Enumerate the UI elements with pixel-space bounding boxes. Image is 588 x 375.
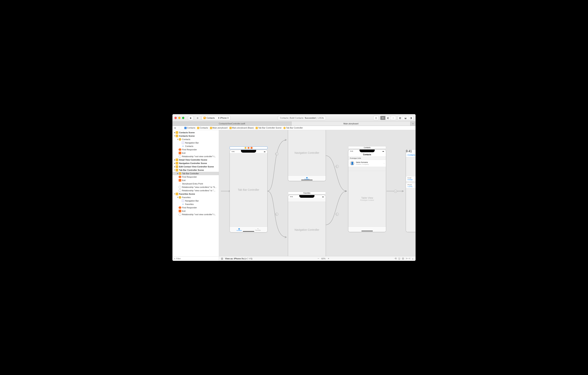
scheme-selector[interactable]: Contacts 〉 ▮ iPhone X <box>202 116 230 120</box>
maximize-button[interactable] <box>182 117 184 119</box>
run-button[interactable]: ▶ <box>188 116 193 120</box>
update-frames-button[interactable]: ⟲ <box>395 257 397 260</box>
toggle-debug-button[interactable]: ⬓ <box>403 116 408 120</box>
nav-back-button[interactable]: 〈 <box>177 126 180 129</box>
outline-row[interactable]: Relationship "view controllers" to "... <box>173 189 219 192</box>
outline-row[interactable]: ▼Favorites <box>173 196 219 199</box>
xcode-window: ▶ ◼ Contacts 〉 ▮ iPhone X Contacts | Bui… <box>172 114 416 261</box>
outline-row[interactable]: ▶Contacts Scene <box>173 131 219 134</box>
outline-row[interactable]: ★Favorites <box>173 202 219 206</box>
breadcrumb-item[interactable]: Contacts <box>197 127 208 129</box>
outline-row[interactable]: ▶Detail View Controller Scene <box>173 158 219 162</box>
version-editor-button[interactable]: ↔ <box>391 116 396 120</box>
circ-icon <box>179 186 181 188</box>
segue-indicator[interactable]: ⃠ <box>336 165 339 168</box>
align-button[interactable]: ⊟ <box>402 257 404 260</box>
outline-row[interactable]: Navigation Bar <box>173 141 219 144</box>
back-button[interactable]: ‹Contacts <box>407 154 415 156</box>
minimize-button[interactable] <box>178 117 180 119</box>
outline-row[interactable]: Relationship "root view controller" t... <box>173 213 219 216</box>
outline-row[interactable]: Navigation Bar <box>173 199 219 202</box>
outline-row[interactable]: Exit <box>173 179 219 182</box>
outline-row[interactable]: Relationship "view controllers" to "It..… <box>173 185 219 189</box>
favorites-scene-header[interactable]: Favorites <box>288 192 326 194</box>
resolve-button[interactable]: ⟁ <box>412 257 414 260</box>
related-items-button[interactable]: ▦ <box>174 127 176 129</box>
tab-contactsvc[interactable]: ContactsViewController.swift <box>173 121 292 126</box>
scene-header-selected[interactable] <box>230 146 267 149</box>
outline-row[interactable]: ▼Contacts <box>173 138 219 141</box>
close-button[interactable] <box>174 117 177 119</box>
tab-add-button[interactable]: + <box>410 121 415 126</box>
segue-indicator[interactable]: ⃠ <box>275 153 278 155</box>
breadcrumb-item[interactable]: Tab Bar Controller <box>284 127 303 129</box>
outline-row[interactable]: Exit <box>173 151 219 155</box>
zoom-out-button[interactable]: − <box>318 257 319 260</box>
breadcrumb-icon <box>210 127 212 129</box>
disclosure-triangle[interactable]: ▼ <box>177 138 179 140</box>
pin-button[interactable]: ⊢⊣ <box>406 257 410 260</box>
outline-row[interactable]: ▶Edit Contact View Controller Scene <box>173 165 219 168</box>
outline-row[interactable]: ▼Contacts Scene <box>173 134 219 138</box>
disclosure-triangle[interactable]: ▶ <box>174 162 176 164</box>
embed-button[interactable]: ⍌ <box>399 257 400 260</box>
outline-label: Contacts <box>185 145 193 147</box>
contacts-tableview-scene[interactable]: 9:41▬ Contacts Prototype Cells 👤 Name Su… <box>348 149 386 232</box>
outline-row[interactable]: →Storyboard Entry Point <box>173 182 219 185</box>
home-indicator <box>301 180 313 180</box>
storyboard-canvas[interactable]: ⃠ ⃠ ⃠ ⃠ ▭ 9:41▬ Tab Bar Controller 👥Cont… <box>219 130 415 256</box>
viewas-label[interactable]: View as: iPhone Xs ( <box>225 257 245 260</box>
outline-row[interactable]: First Responder <box>173 175 219 179</box>
prototype-cell[interactable]: 👤 Name Surname Position, Company › <box>348 160 386 167</box>
outline-row[interactable]: ▼Favorites Scene <box>173 192 219 196</box>
toggle-navigator-button[interactable]: ◧ <box>398 116 403 120</box>
outline-row[interactable]: First Responder <box>173 206 219 209</box>
disclosure-triangle[interactable]: ▶ <box>174 132 176 133</box>
outline-label: Navigation Bar <box>185 200 199 202</box>
stop-button[interactable]: ◼ <box>195 116 200 120</box>
exit-icon <box>179 152 181 154</box>
tab-storyboard[interactable]: Main.storyboard <box>292 121 410 126</box>
breadcrumb-item[interactable]: Contacts <box>184 127 195 129</box>
library-button[interactable]: ◎ <box>373 116 379 120</box>
nav-controller-1-scene[interactable]: Navigation Controller 👥Contacts <box>288 130 326 181</box>
outline-row[interactable]: ▼Tab Bar Controller Scene <box>173 168 219 172</box>
outline-row[interactable]: ▶Tab Bar Controller <box>173 172 219 175</box>
breadcrumb-item[interactable]: Main.storyboard <box>210 127 228 129</box>
outline-row[interactable]: ▶Navigation Controller Scene <box>173 162 219 165</box>
segue-indicator[interactable]: ⃠ <box>275 213 278 216</box>
outline-label: Tab Bar Controller <box>182 172 199 175</box>
contacts-scene-header[interactable]: Contacts <box>348 146 386 149</box>
disclosure-triangle[interactable]: ▼ <box>174 135 176 137</box>
activity-viewer[interactable]: Contacts | Build Contacts: Succeeded | 1… <box>278 116 326 120</box>
breadcrumb-item[interactable]: Tab Bar Controller Scene <box>256 127 282 129</box>
outline-row[interactable]: First Responder <box>173 148 219 151</box>
outline-row[interactable]: Relationship "root view controller" t... <box>173 155 219 158</box>
standard-editor-button[interactable]: ≡ <box>380 116 386 120</box>
detail-scene[interactable]: 9:41 ‹Contacts Email email@ Phone 1-(234… <box>406 149 415 232</box>
nav-controller-2-scene[interactable]: 9:41▬ Navigation Controller <box>288 195 326 256</box>
tabbar-controller-scene[interactable]: 9:41▬ Tab Bar Controller 👥Contacts ♥Favo… <box>230 150 267 232</box>
outline-label: Detail View Controller Scene <box>179 159 207 161</box>
toggle-outline-button[interactable]: ▥ <box>221 257 223 260</box>
disclosure-triangle[interactable]: ▼ <box>174 169 176 171</box>
disclosure-triangle[interactable]: ▶ <box>177 173 179 174</box>
zoom-level[interactable]: 60% <box>321 257 326 260</box>
nav-forward-button[interactable]: 〉 <box>181 126 184 129</box>
outline-tree[interactable]: ▶Contacts Scene▼Contacts Scene▼ContactsN… <box>173 130 219 256</box>
assistant-editor-button[interactable]: ◐ <box>386 116 391 120</box>
segue-indicator[interactable]: ▭ <box>394 190 397 193</box>
segue-indicator[interactable]: ⃠ <box>336 213 339 216</box>
outline-row[interactable]: ★Contacts <box>173 144 219 148</box>
scheme-app-label: Contacts <box>207 117 215 119</box>
nav-bar <box>288 198 326 202</box>
disclosure-triangle[interactable]: ▶ <box>174 159 176 161</box>
toggle-inspector-button[interactable]: ◨ <box>408 116 414 120</box>
breadcrumb-item[interactable]: Main.storyboard (Base) <box>229 127 254 129</box>
zoom-in-button[interactable]: + <box>328 257 329 260</box>
disclosure-triangle[interactable]: ▶ <box>174 166 176 168</box>
disclosure-triangle[interactable]: ▼ <box>174 193 176 195</box>
filter-input[interactable] <box>176 257 218 260</box>
disclosure-triangle[interactable]: ▼ <box>177 196 179 198</box>
outline-row[interactable]: Exit <box>173 209 219 213</box>
